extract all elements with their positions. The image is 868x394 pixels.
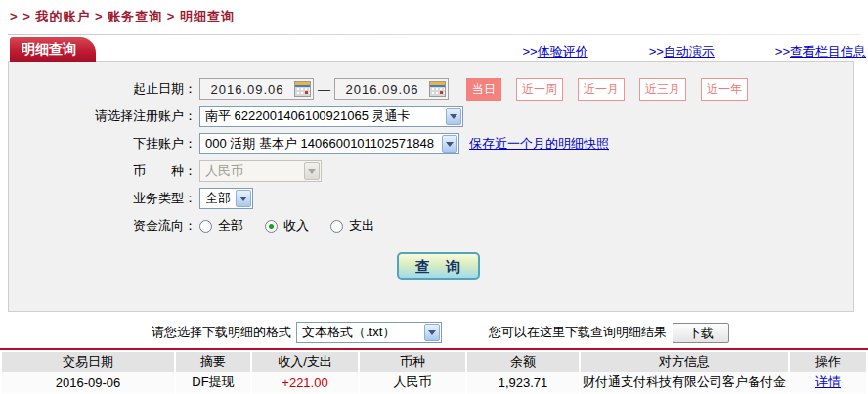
col-header-counterparty: 对方信息 — [581, 352, 788, 372]
radio-option-income[interactable]: 收入 — [265, 217, 309, 235]
biz-type-row: 业务类型： 全部 — [9, 187, 853, 210]
radio-label: 全部 — [218, 217, 243, 235]
cell-action: 详情 — [790, 372, 866, 392]
table-row: 2016-09-06 DF提现 +221.00 人民币 1,923.71 财付通… — [2, 372, 866, 392]
radio-label: 支出 — [349, 217, 374, 235]
date-to-value[interactable]: 2016.09.06 — [335, 82, 429, 97]
biz-type-select[interactable]: 全部 — [199, 188, 253, 209]
quick-range-year-button[interactable]: 近一年 — [701, 78, 748, 101]
radio-option-all[interactable]: 全部 — [199, 217, 243, 235]
calendar-icon[interactable] — [429, 81, 446, 97]
register-account-value: 南平 6222001406100921065 灵通卡 — [205, 108, 411, 125]
detail-query-page: > > 我的账户 > 账务查询 > 明细查询 明细查询 >>体验评价 >>自动演… — [0, 0, 868, 394]
col-header-amount: 收入/支出 — [252, 352, 358, 372]
fund-flow-label: 资金流向： — [9, 217, 196, 235]
date-range-label: 起止日期： — [9, 80, 196, 98]
sub-account-row: 下挂账户： 000 活期 基本户 1406600101102571848 保存近… — [9, 132, 853, 155]
fund-flow-row: 资金流向： 全部 收入 支出 — [9, 214, 853, 238]
detail-link[interactable]: 详情 — [815, 374, 841, 389]
date-separator: — — [318, 82, 330, 97]
cell-counterparty: 财付通支付科技有限公司客户备付金 — [581, 372, 788, 392]
download-hint: 您可以在这里下载查询明细结果 — [489, 324, 667, 341]
radio-option-expense[interactable]: 支出 — [330, 217, 374, 235]
download-format-select[interactable]: 文本格式（.txt） — [296, 322, 442, 343]
tab-detail-query[interactable]: 明细查询 — [10, 37, 96, 62]
currency-label: 币 种： — [9, 162, 196, 180]
table-header-row: 交易日期 摘要 收入/支出 币种 余额 对方信息 操作 — [2, 352, 866, 372]
chevron-down-icon[interactable] — [236, 190, 251, 207]
divider — [8, 34, 860, 35]
quick-range-month-button[interactable]: 近一月 — [578, 78, 625, 101]
col-header-date: 交易日期 — [2, 352, 174, 372]
biz-type-value: 全部 — [205, 190, 231, 207]
link-prefix: >> — [649, 44, 664, 59]
top-links: >>体验评价 >>自动演示 >>查看栏目信息 — [522, 43, 866, 61]
currency-row: 币 种： 人民币 — [9, 159, 853, 183]
link-label: 体验评价 — [538, 44, 588, 59]
chevron-down-icon[interactable] — [446, 108, 461, 125]
quick-range-today-button[interactable]: 当日 — [466, 78, 501, 101]
cell-amount: +221.00 — [252, 372, 358, 392]
breadcrumb[interactable]: > > 我的账户 > 账务查询 > 明细查询 — [10, 8, 235, 25]
quick-range-buttons: 当日 近一周 近一月 近三月 近一年 — [466, 78, 748, 101]
sub-account-label: 下挂账户： — [9, 135, 196, 153]
cell-summary: DF提现 — [176, 372, 250, 392]
download-row: 请您选择下载明细的格式 文本格式（.txt） 您可以在这里下载查询明细结果 下载 — [0, 321, 868, 344]
link-experience-review[interactable]: >>体验评价 — [522, 43, 587, 61]
col-header-balance: 余额 — [467, 352, 579, 372]
chevron-down-icon — [304, 162, 320, 180]
link-auto-demo[interactable]: >>自动演示 — [649, 43, 715, 61]
register-account-select[interactable]: 南平 6222001406100921065 灵通卡 — [199, 106, 463, 127]
sub-account-select[interactable]: 000 活期 基本户 1406600101102571848 — [199, 133, 459, 154]
query-button-row: 查 询 — [9, 252, 853, 280]
currency-value: 人民币 — [205, 162, 243, 180]
biz-type-label: 业务类型： — [9, 190, 196, 207]
link-label: 查看栏目信息 — [790, 44, 866, 59]
cell-date: 2016-09-06 — [2, 372, 174, 392]
sub-account-value: 000 活期 基本户 1406600101102571848 — [205, 135, 434, 153]
date-from-value[interactable]: 2016.09.06 — [200, 82, 294, 97]
download-format-label: 请您选择下载明细的格式 — [152, 324, 291, 341]
col-header-summary: 摘要 — [176, 352, 250, 372]
link-prefix: >> — [522, 44, 537, 59]
save-snapshot-link[interactable]: 保存近一个月的明细快照 — [469, 135, 609, 153]
cell-currency: 人民币 — [360, 372, 465, 392]
radio-label: 收入 — [283, 217, 309, 235]
link-prefix: >> — [775, 44, 790, 59]
link-label: 自动演示 — [664, 44, 715, 59]
quick-range-week-button[interactable]: 近一周 — [516, 78, 563, 101]
download-format-value: 文本格式（.txt） — [302, 324, 395, 341]
download-button[interactable]: 下载 — [673, 323, 729, 343]
chevron-down-icon[interactable] — [442, 135, 457, 153]
quick-range-3months-button[interactable]: 近三月 — [639, 78, 686, 101]
date-to-input[interactable]: 2016.09.06 — [334, 78, 449, 100]
col-header-currency: 币种 — [360, 352, 465, 372]
query-form-panel: 起止日期： 2016.09.06 — 2016.09.06 当日 近一周 近一月… — [8, 61, 854, 312]
register-account-label: 请选择注册账户： — [9, 108, 196, 125]
chevron-down-icon[interactable] — [424, 324, 440, 341]
col-header-action: 操作 — [790, 352, 866, 372]
detail-table: 交易日期 摘要 收入/支出 币种 余额 对方信息 操作 2016-09-06 D… — [0, 351, 868, 394]
date-from-input[interactable]: 2016.09.06 — [199, 78, 314, 100]
currency-select: 人民币 — [199, 160, 322, 182]
cell-balance: 1,923.71 — [467, 372, 579, 392]
query-button[interactable]: 查 询 — [397, 252, 480, 280]
register-account-row: 请选择注册账户： 南平 6222001406100921065 灵通卡 — [9, 105, 853, 128]
link-view-column-info[interactable]: >>查看栏目信息 — [775, 43, 866, 61]
radio-icon[interactable] — [330, 220, 343, 233]
table-top-rule — [0, 348, 868, 350]
radio-checked-icon[interactable] — [265, 220, 278, 233]
radio-icon[interactable] — [199, 220, 212, 233]
date-range-row: 起止日期： 2016.09.06 — 2016.09.06 当日 近一周 近一月… — [9, 77, 853, 101]
fund-flow-options: 全部 收入 支出 — [199, 217, 396, 235]
calendar-icon[interactable] — [294, 81, 311, 97]
